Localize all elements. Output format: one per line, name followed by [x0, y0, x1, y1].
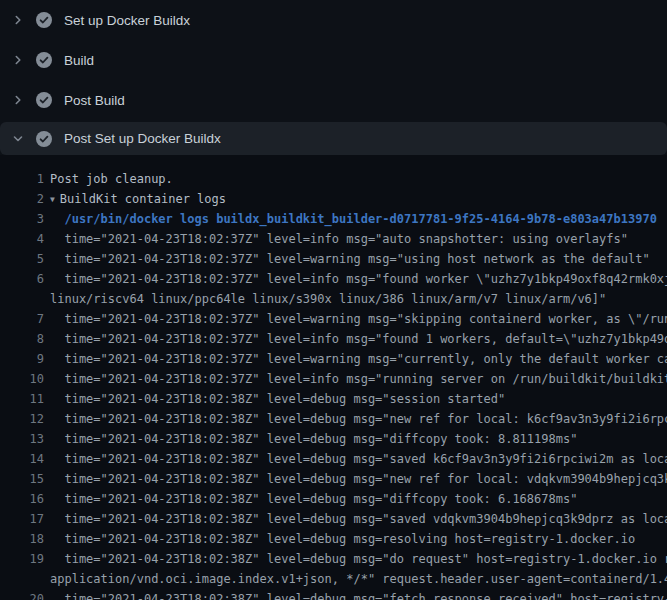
log-row: 1 Post job cleanup.: [0, 169, 667, 189]
log-row: 18 time="2021-04-23T18:02:38Z" level=deb…: [0, 529, 667, 549]
log-row: 20 time="2021-04-23T18:02:38Z" level=deb…: [0, 589, 667, 600]
log-text: time="2021-04-23T18:02:37Z" level=info m…: [50, 329, 667, 349]
log-row: 8 time="2021-04-23T18:02:37Z" level=info…: [0, 329, 667, 349]
log-text: time="2021-04-23T18:02:38Z" level=debug …: [50, 469, 667, 489]
log-row: 15 time="2021-04-23T18:02:38Z" level=deb…: [0, 469, 667, 489]
log-row: 11 time="2021-04-23T18:02:38Z" level=deb…: [0, 389, 667, 409]
line-number[interactable]: [0, 289, 44, 309]
log-text: time="2021-04-23T18:02:37Z" level=warnin…: [50, 309, 667, 329]
log-row: 10 time="2021-04-23T18:02:37Z" level=inf…: [0, 369, 667, 389]
log-text: time="2021-04-23T18:02:38Z" level=debug …: [50, 549, 667, 569]
log-text: application/vnd.oci.image.index.v1+json,…: [50, 569, 667, 589]
line-number[interactable]: 12: [0, 409, 44, 429]
line-number[interactable]: 16: [0, 489, 44, 509]
line-number[interactable]: 17: [0, 509, 44, 529]
line-number[interactable]: 1: [0, 169, 44, 189]
log-row: 14 time="2021-04-23T18:02:38Z" level=deb…: [0, 449, 667, 469]
line-number[interactable]: 14: [0, 449, 44, 469]
log-group-header[interactable]: ▼BuildKit container logs: [50, 189, 226, 209]
step-row-1[interactable]: Build: [0, 40, 667, 80]
line-number[interactable]: 18: [0, 529, 44, 549]
check-circle-icon: [36, 52, 52, 68]
step-row-0[interactable]: Set up Docker Buildx: [0, 0, 667, 40]
log-text: time="2021-04-23T18:02:38Z" level=debug …: [50, 409, 667, 429]
line-number[interactable]: 11: [0, 389, 44, 409]
log-row: 4 time="2021-04-23T18:02:37Z" level=info…: [0, 229, 667, 249]
log-text: time="2021-04-23T18:02:38Z" level=debug …: [50, 509, 667, 529]
log-text: linux/riscv64 linux/ppc64le linux/s390x …: [50, 289, 606, 309]
line-number[interactable]: 10: [0, 369, 44, 389]
log-text: time="2021-04-23T18:02:38Z" level=debug …: [50, 449, 667, 469]
line-number[interactable]: 8: [0, 329, 44, 349]
log-text: time="2021-04-23T18:02:38Z" level=debug …: [50, 389, 505, 409]
log-row: 6 time="2021-04-23T18:02:37Z" level=info…: [0, 269, 667, 289]
chevron-right-icon[interactable]: [10, 92, 26, 108]
line-number[interactable]: 13: [0, 429, 44, 449]
log-row: 2 ▼BuildKit container logs: [0, 189, 667, 209]
log-text: time="2021-04-23T18:02:38Z" level=debug …: [50, 429, 577, 449]
expanded-step-header[interactable]: Post Set up Docker Buildx: [0, 122, 667, 155]
check-circle-icon: [36, 131, 52, 147]
chevron-down-icon[interactable]: [10, 131, 26, 147]
log-row: application/vnd.oci.image.index.v1+json,…: [0, 569, 667, 589]
chevron-right-icon[interactable]: [10, 12, 26, 28]
workflow-log-viewer: Set up Docker Buildx Build Post Build: [0, 0, 667, 600]
line-number[interactable]: 2: [0, 189, 44, 209]
log-row: 19 time="2021-04-23T18:02:38Z" level=deb…: [0, 549, 667, 569]
log-text: time="2021-04-23T18:02:38Z" level=debug …: [50, 589, 667, 600]
line-number[interactable]: 15: [0, 469, 44, 489]
log-text: time="2021-04-23T18:02:37Z" level=info m…: [50, 269, 667, 289]
log-text: time="2021-04-23T18:02:37Z" level=info m…: [50, 229, 628, 249]
line-number[interactable]: 7: [0, 309, 44, 329]
line-number[interactable]: 5: [0, 249, 44, 269]
step-row-2[interactable]: Post Build: [0, 80, 667, 120]
chevron-right-icon[interactable]: [10, 52, 26, 68]
log-row: 17 time="2021-04-23T18:02:38Z" level=deb…: [0, 509, 667, 529]
log-text: time="2021-04-23T18:02:37Z" level=warnin…: [50, 349, 667, 369]
log-row: 7 time="2021-04-23T18:02:37Z" level=warn…: [0, 309, 667, 329]
line-number[interactable]: [0, 569, 44, 589]
log-text: time="2021-04-23T18:02:37Z" level=warnin…: [50, 249, 650, 269]
step-label: Post Build: [64, 93, 125, 108]
log-text: time="2021-04-23T18:02:37Z" level=info m…: [50, 369, 667, 389]
log-row: 3 /usr/bin/docker logs buildx_buildkit_b…: [0, 209, 667, 229]
steps-list: Set up Docker Buildx Build Post Build: [0, 0, 667, 120]
log-row: linux/riscv64 linux/ppc64le linux/s390x …: [0, 289, 667, 309]
check-circle-icon: [36, 12, 52, 28]
line-number[interactable]: 3: [0, 209, 44, 229]
log-group-collapse-icon[interactable]: ▼: [50, 190, 55, 210]
log-text: Post job cleanup.: [50, 169, 173, 189]
log-row: 12 time="2021-04-23T18:02:38Z" level=deb…: [0, 409, 667, 429]
step-label: Set up Docker Buildx: [64, 13, 190, 28]
step-label: Build: [64, 53, 94, 68]
log-row: 5 time="2021-04-23T18:02:37Z" level=warn…: [0, 249, 667, 269]
line-number[interactable]: 6: [0, 269, 44, 289]
line-number[interactable]: 4: [0, 229, 44, 249]
log-text: /usr/bin/docker logs buildx_buildkit_bui…: [50, 209, 657, 229]
log-text: time="2021-04-23T18:02:38Z" level=debug …: [50, 489, 577, 509]
log-row: 9 time="2021-04-23T18:02:37Z" level=warn…: [0, 349, 667, 369]
line-number[interactable]: 9: [0, 349, 44, 369]
log-row: 16 time="2021-04-23T18:02:38Z" level=deb…: [0, 489, 667, 509]
log-text: time="2021-04-23T18:02:38Z" level=debug …: [50, 529, 635, 549]
log-area: 1 Post job cleanup. 2 ▼BuildKit containe…: [0, 155, 667, 600]
line-number[interactable]: 20: [0, 589, 44, 600]
expanded-step-label: Post Set up Docker Buildx: [64, 131, 221, 146]
check-circle-icon: [36, 92, 52, 108]
line-number[interactable]: 19: [0, 549, 44, 569]
log-row: 13 time="2021-04-23T18:02:38Z" level=deb…: [0, 429, 667, 449]
